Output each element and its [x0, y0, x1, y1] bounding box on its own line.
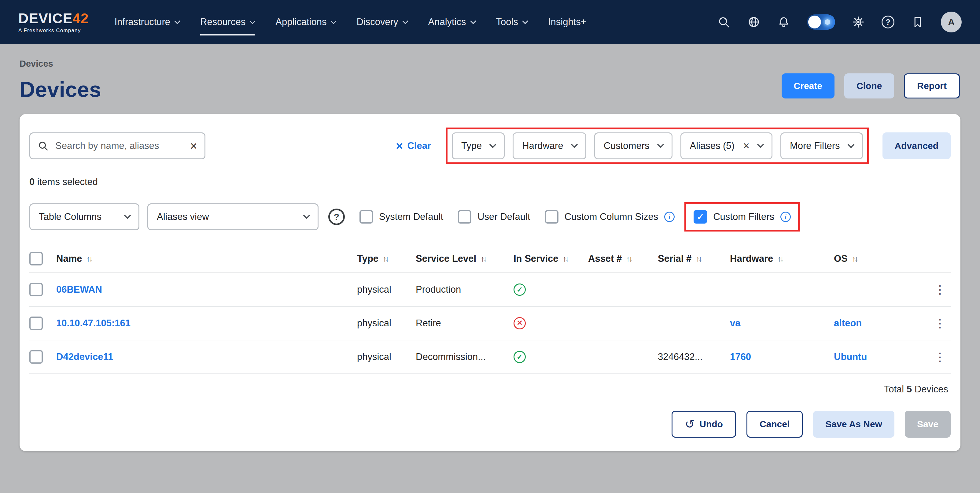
- sort-icon[interactable]: ↑↓: [562, 254, 568, 263]
- row-actions-kebab-icon[interactable]: ⋮: [929, 316, 951, 330]
- table-row: D42device11 physical Decommission... 324…: [29, 340, 951, 374]
- column-header-name[interactable]: Name↑↓: [56, 253, 357, 264]
- row-actions-kebab-icon[interactable]: ⋮: [929, 350, 951, 364]
- nav-item-infrastructure[interactable]: Infrastructure: [115, 14, 180, 30]
- service-level: Production: [416, 284, 461, 295]
- filter-chip-aliases[interactable]: Aliases (5) ×: [681, 132, 772, 160]
- search-clear-icon[interactable]: ×: [190, 140, 197, 152]
- create-button[interactable]: Create: [782, 73, 835, 99]
- hardware-link[interactable]: 1760: [730, 351, 751, 362]
- cancel-button[interactable]: Cancel: [746, 411, 803, 438]
- chevron-down-icon: [847, 141, 854, 148]
- checkbox[interactable]: [458, 210, 471, 223]
- sort-icon[interactable]: ↑↓: [383, 254, 388, 263]
- device-type: physical: [357, 351, 391, 362]
- search-icon: [38, 140, 49, 152]
- device-name-link[interactable]: 06BEWAN: [56, 284, 102, 295]
- info-icon[interactable]: i: [780, 212, 791, 222]
- filter-chip-hardware[interactable]: Hardware: [512, 132, 586, 160]
- column-header-asset[interactable]: Asset #↑↓: [588, 253, 658, 264]
- chevron-down-icon: [331, 18, 337, 24]
- view-select-dropdown[interactable]: Aliases view: [147, 203, 318, 230]
- filter-toolbar: × × Clear Type Hardware Customers Aliase…: [29, 128, 951, 164]
- column-header-os[interactable]: OS↑↓: [834, 253, 907, 264]
- chevron-down-icon: [757, 141, 764, 148]
- checkbox-user-default[interactable]: User Default: [458, 210, 530, 223]
- row-checkbox[interactable]: [29, 316, 43, 330]
- column-header-serial[interactable]: Serial #↑↓: [658, 253, 730, 264]
- in-service-yes-icon: [514, 284, 526, 296]
- sort-icon[interactable]: ↑↓: [626, 254, 631, 263]
- device-name-link[interactable]: D42device11: [56, 351, 113, 362]
- advanced-button[interactable]: Advanced: [883, 132, 951, 160]
- report-button[interactable]: Report: [904, 73, 960, 99]
- nav-item-applications[interactable]: Applications: [275, 14, 336, 30]
- clone-button[interactable]: Clone: [844, 73, 894, 99]
- search-input[interactable]: [54, 140, 185, 152]
- row-actions-kebab-icon[interactable]: ⋮: [929, 283, 951, 296]
- clear-filters-link[interactable]: × Clear: [396, 140, 431, 152]
- toggle-knob: [808, 16, 821, 29]
- device42-logo[interactable]: DEVICE42 A Freshworks Company: [18, 11, 89, 33]
- os-link[interactable]: Ubuntu: [834, 351, 867, 362]
- column-header-in-service[interactable]: In Service↑↓: [514, 253, 588, 264]
- checkbox-checked[interactable]: [694, 210, 707, 223]
- theme-toggle[interactable]: [807, 14, 835, 30]
- nav-item-analytics[interactable]: Analytics: [428, 14, 475, 30]
- remove-filter-icon[interactable]: ×: [743, 140, 749, 152]
- column-header-hardware[interactable]: Hardware↑↓: [730, 253, 834, 264]
- nav-item-discovery[interactable]: Discovery: [356, 14, 407, 30]
- gear-icon[interactable]: [852, 15, 865, 29]
- chevron-down-icon: [657, 141, 664, 148]
- nav-item-insights[interactable]: Insights+: [548, 14, 586, 30]
- device-name-link[interactable]: 10.10.47.105:161: [56, 318, 130, 329]
- column-header-service-level[interactable]: Service Level↑↓: [416, 253, 514, 264]
- checkbox[interactable]: [360, 210, 373, 223]
- logo-subtitle: A Freshworks Company: [18, 28, 89, 33]
- bookmark-icon[interactable]: [911, 15, 924, 29]
- items-selected-count: 0: [29, 177, 35, 187]
- hardware-link[interactable]: va: [730, 318, 740, 329]
- total-devices-text: Total 5 Devices: [29, 384, 951, 395]
- checkbox-custom-filters[interactable]: Custom Filters i: [694, 210, 791, 223]
- search-icon[interactable]: [717, 15, 730, 29]
- sort-icon[interactable]: ↑↓: [777, 254, 783, 263]
- chevron-down-icon: [402, 18, 408, 24]
- checkbox-custom-column-sizes[interactable]: Custom Column Sizes i: [545, 210, 675, 223]
- filter-chip-type[interactable]: Type: [452, 132, 505, 160]
- view-help-icon[interactable]: ?: [328, 209, 345, 225]
- checkbox[interactable]: [545, 210, 558, 223]
- table-row: 06BEWAN physical Production ⋮: [29, 273, 951, 307]
- breadcrumb[interactable]: Devices: [19, 59, 961, 69]
- table-row: 10.10.47.105:161 physical Retire va alte…: [29, 307, 951, 340]
- checkbox-system-default[interactable]: System Default: [360, 210, 443, 223]
- column-header-type[interactable]: Type↑↓: [357, 253, 416, 264]
- device-type: physical: [357, 284, 391, 295]
- info-icon[interactable]: i: [664, 212, 675, 222]
- save-as-new-button[interactable]: Save As New: [813, 411, 894, 438]
- search-box: ×: [29, 132, 205, 160]
- header-actions: Create Clone Report: [782, 73, 960, 99]
- filter-chip-customers[interactable]: Customers: [594, 132, 673, 160]
- chevron-down-icon: [250, 18, 256, 24]
- filters-highlight-box: Type Hardware Customers Aliases (5) × Mo…: [445, 128, 869, 164]
- row-checkbox[interactable]: [29, 283, 43, 296]
- sort-icon[interactable]: ↑↓: [480, 254, 486, 263]
- sort-icon[interactable]: ↑↓: [86, 254, 91, 263]
- globe-icon[interactable]: [747, 15, 760, 29]
- undo-button[interactable]: ↺ Undo: [671, 411, 736, 438]
- row-checkbox[interactable]: [29, 350, 43, 364]
- sort-icon[interactable]: ↑↓: [696, 254, 701, 263]
- select-all-checkbox[interactable]: [29, 252, 43, 265]
- bell-icon[interactable]: [777, 15, 791, 29]
- os-link[interactable]: alteon: [834, 318, 862, 329]
- table-columns-dropdown[interactable]: Table Columns: [29, 203, 139, 230]
- help-icon[interactable]: ?: [881, 16, 894, 29]
- custom-filters-highlight-box: Custom Filters i: [684, 202, 800, 231]
- nav-item-tools[interactable]: Tools: [496, 14, 527, 30]
- user-avatar[interactable]: A: [941, 12, 962, 32]
- chevron-down-icon: [303, 212, 310, 219]
- nav-item-resources[interactable]: Resources: [200, 14, 255, 30]
- filter-chip-more-filters[interactable]: More Filters: [780, 132, 863, 160]
- sort-icon[interactable]: ↑↓: [852, 254, 857, 263]
